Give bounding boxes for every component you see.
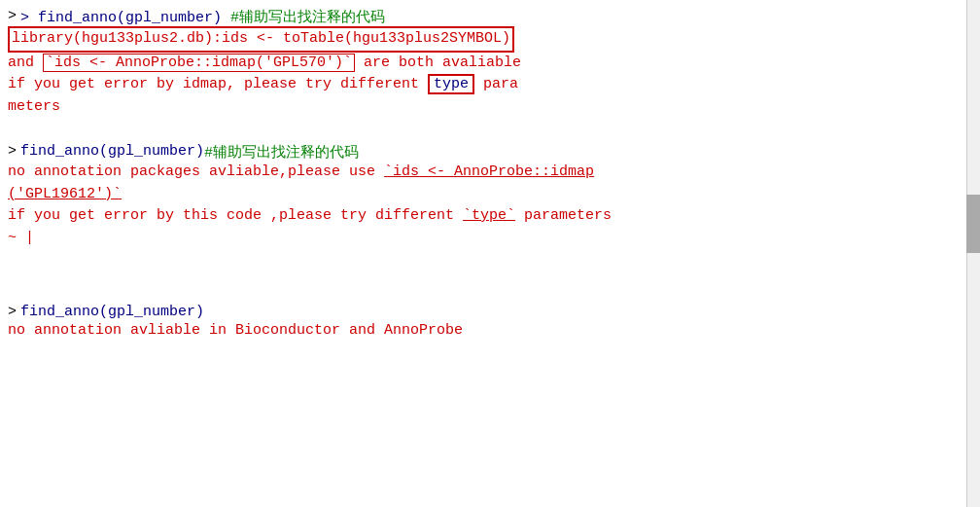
divider1 <box>8 124 970 143</box>
block1-line2: and `ids <- AnnoProbe::idmap('GPL570')` … <box>8 53 970 75</box>
content-area: > > find_anno(gpl_number) #辅助写出找注释的代码 li… <box>8 8 970 507</box>
block3: > find_anno(gpl_number) no annotation av… <box>8 304 970 343</box>
block1-line1: library(hgu133plus2.db):ids <- toTable(h… <box>8 26 970 53</box>
block1-line2-pre: and <box>8 54 43 71</box>
block2-prompt-line: > find_anno(gpl_number) #辅助写出找注释的代码 <box>8 143 970 162</box>
block2-type: `type` <box>463 207 515 224</box>
prompt-symbol-2: > <box>8 143 17 160</box>
block1-line4-text: meters <box>8 98 60 115</box>
block1-comment: #辅助写出找注释的代码 <box>230 10 385 26</box>
block3-line1: no annotation avliable in Bioconductor a… <box>8 320 970 343</box>
block1: > > find_anno(gpl_number) #辅助写出找注释的代码 li… <box>8 8 970 118</box>
block1-type-box: type <box>428 74 474 94</box>
block2-line1b-code: ('GPL19612')` <box>8 186 122 202</box>
block3-prompt-line: > find_anno(gpl_number) <box>8 304 970 320</box>
divider2 <box>8 255 970 304</box>
block1-line1-boxed: library(hgu133plus2.db):ids <- toTable(h… <box>8 26 514 53</box>
block1-line1-text: library(hgu133plus2.db):ids <- toTable(h… <box>12 30 510 47</box>
block1-prompt-line: > > find_anno(gpl_number) #辅助写出找注释的代码 <box>8 8 970 26</box>
block1-line4: meters <box>8 96 970 119</box>
block1-cmd-text: > find_anno(gpl_number) <box>20 10 222 26</box>
block2-line3: ~ | <box>8 228 970 250</box>
block2-line2-post: parameters <box>515 207 612 224</box>
block3-cmd-text: find_anno(gpl_number) <box>20 304 204 320</box>
block2-line2-pre: if you get error by this code ,please tr… <box>8 207 463 224</box>
block2: > find_anno(gpl_number) #辅助写出找注释的代码 no a… <box>8 143 970 249</box>
block2-line2: if you get error by this code ,please tr… <box>8 205 970 228</box>
block1-line3-pre: if you get error by idmap, please try di… <box>8 76 428 92</box>
block1-line2-code: `ids <- AnnoProbe::idmap('GPL570')` <box>43 54 355 72</box>
block2-line1-pre: no annotation packages avliable,please u… <box>8 163 384 180</box>
block1-line3: if you get error by idmap, please try di… <box>8 74 970 96</box>
block2-line1b: ('GPL19612')` <box>8 184 970 206</box>
block2-line1: no annotation packages avliable,please u… <box>8 162 970 184</box>
scrollbar-thumb[interactable] <box>966 195 980 253</box>
prompt-symbol-3: > <box>8 304 17 320</box>
block2-line1-code: `ids <- AnnoProbe::idmap <box>384 163 594 180</box>
block2-comment: #辅助写出找注释的代码 <box>204 143 359 162</box>
console-area: > > find_anno(gpl_number) #辅助写出找注释的代码 li… <box>0 0 980 507</box>
block1-line3-post: para <box>474 76 518 92</box>
block1-prompt-cmd: > find_anno(gpl_number) #辅助写出找注释的代码 <box>20 8 385 26</box>
scrollbar[interactable] <box>966 0 980 507</box>
block2-line3-text: ~ | <box>8 230 34 246</box>
prompt-symbol-1: > <box>8 8 17 24</box>
block1-line2-post: are both avaliable <box>355 54 521 71</box>
block3-line1-text: no annotation avliable in Bioconductor a… <box>8 322 463 339</box>
block2-cmd-text: find_anno(gpl_number) <box>20 143 204 160</box>
